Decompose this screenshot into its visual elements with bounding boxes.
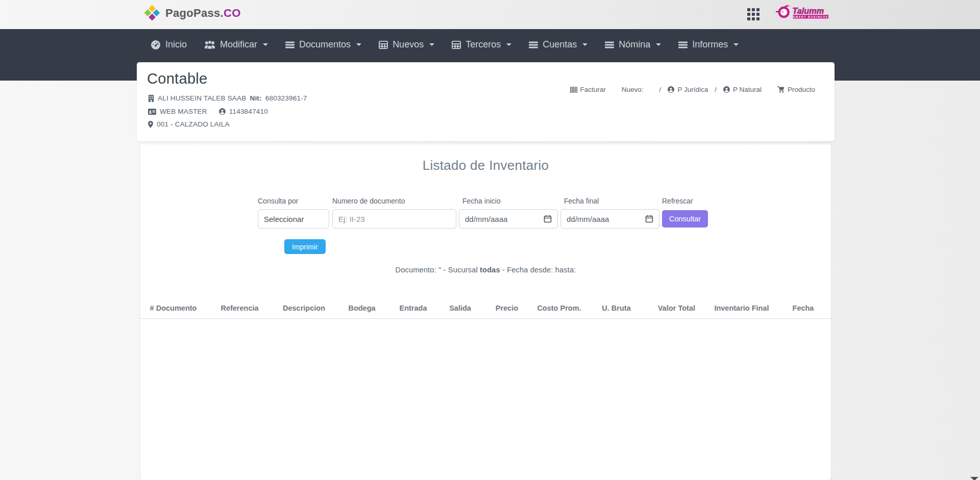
column-header-descripcion: Descripcion <box>273 304 335 312</box>
column-header-u-bruta: U. Bruta <box>587 304 645 312</box>
p-natural-link[interactable]: P Natural <box>723 86 762 93</box>
nav-item-documentos[interactable]: Documentos <box>277 35 370 54</box>
column-header-entrada: Entrada <box>389 304 437 312</box>
chevron-down-icon <box>356 43 361 46</box>
user-id: 1143847410 <box>229 108 268 115</box>
nav-label: Inicio <box>165 39 187 50</box>
talumm-text: Talumm <box>792 6 824 15</box>
nav-label: Informes <box>692 39 728 50</box>
brand-name: PagoPass.CO <box>165 7 241 20</box>
chevron-down-icon <box>506 43 511 46</box>
fecha-final-label: Fecha final <box>564 197 599 205</box>
map-pin-icon <box>148 121 153 128</box>
app-root: PagoPass.CO Talumm SMART BUSINESS Inicio <box>0 0 980 480</box>
nav-item-nuevos[interactable]: Nuevos <box>370 35 443 54</box>
column-header-fecha: Fecha <box>775 304 831 312</box>
table-icon <box>379 41 388 49</box>
nav-row: Inicio Modificar Documentos Nuevos Terce… <box>142 35 747 54</box>
nit-label: Nit: <box>250 94 261 102</box>
consulta-por-value: Seleccionar <box>264 215 304 223</box>
chevron-down-icon <box>733 43 739 46</box>
nav-label: Modificar <box>220 39 257 50</box>
fecha-final-input[interactable]: dd/mm/aaaa <box>560 209 659 229</box>
talumm-logo[interactable]: Talumm SMART BUSINESS <box>776 4 833 20</box>
user-line: WEB MASTER 1143847410 <box>148 108 268 115</box>
column-header-inventario-final: Inventario Final <box>708 304 775 312</box>
user-circle-icon <box>723 86 730 93</box>
bars-icon <box>285 41 295 49</box>
nuevo-label: Nuevo: <box>622 86 644 93</box>
apps-grid-icon[interactable] <box>747 8 761 21</box>
nit-value: 680323961-7 <box>265 94 307 102</box>
svg-text:SMART BUSINESS: SMART BUSINESS <box>793 16 828 18</box>
table-header-row: # Documento Referencia Descripcion Bodeg… <box>140 297 831 319</box>
summary-todas: todas <box>480 266 500 274</box>
fecha-final-value: dd/mm/aaaa <box>567 215 609 223</box>
chevron-down-icon <box>429 43 434 46</box>
barcode-icon <box>570 87 577 93</box>
refrescar-label: Refrescar <box>662 197 693 205</box>
pagopass-diamond-icon <box>143 5 161 22</box>
imprimir-button[interactable]: Imprimir <box>284 239 326 254</box>
nav-item-cuentas[interactable]: Cuentas <box>520 35 596 54</box>
facturar-link[interactable]: Facturar <box>570 86 606 93</box>
gauge-icon <box>151 40 161 50</box>
column-header-referencia: Referencia <box>206 304 273 312</box>
user-role: WEB MASTER <box>160 108 207 115</box>
quick-actions: Facturar Nuevo: / P Jurídica / P Natural… <box>570 86 815 93</box>
building-icon <box>148 95 154 102</box>
facturar-label: Facturar <box>580 86 606 93</box>
fecha-inicio-input[interactable]: dd/mm/aaaa <box>459 209 558 229</box>
consultar-button[interactable]: Consultar <box>662 210 708 228</box>
calendar-icon[interactable] <box>544 215 552 223</box>
consulta-por-select[interactable]: Seleccionar <box>258 209 329 229</box>
scroll-artifact <box>970 477 978 480</box>
calendar-icon[interactable] <box>645 215 653 223</box>
nav-item-informes[interactable]: Informes <box>670 35 747 54</box>
column-header-bodega: Bodega <box>335 304 389 312</box>
company-name-line: ALI HUSSEIN TALEB SAAB Nit: 680323961-7 <box>148 94 307 102</box>
bars-icon <box>529 41 538 49</box>
nav-label: Terceros <box>465 39 501 50</box>
user-circle-icon <box>219 108 226 115</box>
separator: / <box>659 86 662 93</box>
cart-icon <box>777 86 785 93</box>
column-header-documento: # Documento <box>140 304 206 312</box>
branch-name: 001 - CALZADO LAILA <box>157 120 230 128</box>
nav-item-terceros[interactable]: Terceros <box>443 35 520 54</box>
results-summary: Documento: " - Sucursal todas - Fecha de… <box>140 266 831 274</box>
brand-logo[interactable]: PagoPass.CO <box>143 5 241 22</box>
nav-item-inicio[interactable]: Inicio <box>142 35 195 54</box>
column-header-salida: Salida <box>437 304 483 312</box>
branch-line: 001 - CALZADO LAILA <box>148 120 230 128</box>
column-header-precio: Precio <box>483 304 531 312</box>
inventory-title: Listado de Inventario <box>140 158 831 173</box>
nav-item-nomina[interactable]: Nómina <box>596 35 670 54</box>
company-card: Contable ALI HUSSEIN TALEB SAAB Nit: 680… <box>137 62 835 141</box>
bars-icon <box>678 41 688 49</box>
user-id-group: 1143847410 <box>219 108 268 115</box>
p-juridica-link[interactable]: P Jurídica <box>668 86 708 93</box>
inventory-panel: Listado de Inventario Consulta por Numer… <box>140 144 831 480</box>
numero-doc-input[interactable] <box>338 215 450 223</box>
fecha-inicio-value: dd/mm/aaaa <box>465 215 507 223</box>
bars-icon <box>605 41 614 49</box>
numero-doc-label: Numero de documento <box>332 197 405 205</box>
chevron-down-icon <box>263 43 268 46</box>
top-header: PagoPass.CO Talumm SMART BUSINESS <box>0 0 980 29</box>
fecha-inicio-label: Fecha inicio <box>462 197 501 205</box>
producto-label: Producto <box>788 86 815 93</box>
id-card-icon <box>148 109 156 115</box>
nav-item-modificar[interactable]: Modificar <box>195 35 277 54</box>
users-icon <box>204 40 215 49</box>
table-icon <box>452 41 461 49</box>
chevron-down-icon <box>582 43 587 46</box>
producto-link[interactable]: Producto <box>777 86 815 93</box>
p-natural-label: P Natural <box>733 86 762 93</box>
numero-doc-field <box>332 209 456 229</box>
chevron-down-icon <box>656 43 661 46</box>
brand-name-accent: CO <box>224 7 241 19</box>
company-name: ALI HUSSEIN TALEB SAAB <box>158 94 246 102</box>
column-header-valor-total: Valor Total <box>645 304 708 312</box>
separator: / <box>715 86 717 93</box>
